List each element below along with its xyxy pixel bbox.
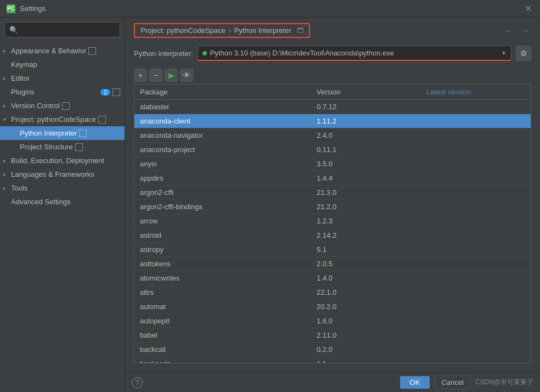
sidebar-item-advanced[interactable]: Advanced Settings <box>0 195 125 209</box>
breadcrumb-current: Python Interpreter <box>234 26 291 35</box>
table-row[interactable]: autopep8 1.6.0 <box>134 314 531 328</box>
cell-latest <box>421 361 531 363</box>
cell-version: 0.7.12 <box>311 100 421 114</box>
sidebar-item-version-control[interactable]: ▸ Version Control <box>0 99 125 113</box>
cell-version: 1.11.2 <box>311 114 421 128</box>
run-button[interactable]: ▶ <box>165 69 178 82</box>
sidebar-item-label: Advanced Settings <box>11 198 70 206</box>
sidebar-item-label: Plugins <box>11 88 35 96</box>
gear-button[interactable]: ⚙ <box>516 46 531 61</box>
sidebar-item-label: Version Control <box>11 102 60 110</box>
cell-package: astropy <box>134 243 311 256</box>
cell-version: 5.1 <box>311 243 421 256</box>
sidebar-item-label: Editor <box>11 74 30 82</box>
watermark: CSDN@米可莱莱子 <box>475 378 533 387</box>
sidebar-item-appearance[interactable]: ▸ Appearance & Behavior <box>0 44 125 58</box>
cell-version: 22.1.0 <box>311 285 421 299</box>
nav-arrows: ← → <box>503 25 531 36</box>
table-row[interactable]: asttokens 2.0.5 <box>134 257 531 271</box>
main-layout: ▸ Appearance & Behavior Keymap ▸ Editor … <box>0 18 540 392</box>
table-row[interactable]: astroid 2.14.2 <box>134 228 531 243</box>
window-title: Settings <box>20 4 525 13</box>
sidebar-item-languages[interactable]: ▸ Languages & Frameworks <box>0 167 125 181</box>
interpreter-selector[interactable]: Python 3.10 (base) D:\Mico\devTool\Anaco… <box>198 46 511 61</box>
cell-latest <box>421 161 531 167</box>
footer: ? OK Cancel CSDN@米可莱莱子 <box>125 372 540 392</box>
table-row[interactable]: automat 20.2.0 <box>134 300 531 314</box>
cell-package: astroid <box>134 228 311 242</box>
forward-button[interactable]: → <box>519 25 531 36</box>
back-button[interactable]: ← <box>503 25 515 36</box>
cell-version: 21.2.0 <box>311 200 421 214</box>
table-row[interactable]: babel 2.11.0 <box>134 328 531 343</box>
cell-latest <box>421 119 531 124</box>
app-icon: PC <box>7 4 15 13</box>
cell-version: 2.11.0 <box>311 328 421 342</box>
search-box[interactable] <box>4 22 120 37</box>
table-row[interactable]: attrs 22.1.0 <box>134 285 531 300</box>
sidebar-item-project-structure[interactable]: Project Structure <box>0 140 125 154</box>
sidebar-item-label: Python Interpreter <box>20 129 77 137</box>
cell-package: anaconda-client <box>134 114 311 128</box>
sidebar-item-label: Appearance & Behavior <box>11 47 86 55</box>
table-row[interactable]: anaconda-client 1.11.2 <box>134 114 531 128</box>
arrow-icon: ▸ <box>3 171 6 177</box>
table-row[interactable]: backcall 0.2.0 <box>134 343 531 357</box>
settings-icon <box>79 130 87 137</box>
cell-package: automat <box>134 300 311 313</box>
remove-package-button[interactable]: − <box>149 69 162 82</box>
column-package: Package <box>134 85 311 99</box>
sidebar-item-editor[interactable]: ▸ Editor <box>0 71 125 85</box>
cell-version: 2.0.5 <box>311 257 421 271</box>
cancel-button[interactable]: Cancel <box>434 376 470 389</box>
sidebar-item-tools[interactable]: ▸ Tools <box>0 181 125 195</box>
ok-button[interactable]: OK <box>400 376 430 389</box>
settings-icon <box>62 102 70 110</box>
sidebar-item-python-interpreter[interactable]: Python Interpreter <box>0 126 125 140</box>
sidebar-item-project[interactable]: ▾ Project: pythonCodeSpace <box>0 113 125 126</box>
help-button[interactable]: ? <box>132 377 143 388</box>
table-row[interactable]: anyio 3.5.0 <box>134 157 531 171</box>
table-row[interactable]: astropy 5.1 <box>134 243 531 257</box>
cell-package: anaconda-project <box>134 143 311 156</box>
table-row[interactable]: alabaster 0.7.12 <box>134 100 531 114</box>
cell-latest <box>421 304 531 310</box>
table-row[interactable]: argon2-cffi-bindings 21.2.0 <box>134 200 531 214</box>
cell-package: asttokens <box>134 257 311 271</box>
cell-package: arrow <box>134 214 311 228</box>
settings-icon <box>113 88 120 96</box>
interpreter-row: Python Interpreter: Python 3.10 (base) D… <box>125 42 540 66</box>
sidebar-nav: ▸ Appearance & Behavior Keymap ▸ Editor … <box>0 42 125 392</box>
status-dot <box>203 51 207 55</box>
table-row[interactable]: appdirs 1.4.4 <box>134 171 531 186</box>
search-input[interactable] <box>9 26 115 34</box>
cell-package: anaconda-navigator <box>134 128 311 142</box>
cell-version: 1.2.3 <box>311 214 421 228</box>
table-row[interactable]: backports 1.1 <box>134 357 531 363</box>
arrow-icon: ▸ <box>3 158 6 164</box>
cell-latest <box>421 290 531 295</box>
cell-version: 0.2.0 <box>311 343 421 356</box>
add-package-button[interactable]: + <box>134 69 147 82</box>
cell-package: atomicwrites <box>134 271 311 285</box>
table-row[interactable]: atomicwrites 1.4.0 <box>134 271 531 285</box>
settings-icon <box>98 116 106 124</box>
cell-latest <box>421 247 531 253</box>
cell-latest <box>421 204 531 210</box>
table-body: alabaster 0.7.12 anaconda-client 1.11.2 … <box>134 100 531 363</box>
eye-button[interactable]: 👁 <box>180 69 193 82</box>
cell-package: babel <box>134 328 311 342</box>
sidebar-item-keymap[interactable]: Keymap <box>0 58 125 71</box>
table-row[interactable]: anaconda-project 0.11.1 <box>134 143 531 157</box>
table-row[interactable]: anaconda-navigator 2.4.0 <box>134 128 531 143</box>
cell-latest <box>421 318 531 324</box>
sidebar-item-label: Languages & Frameworks <box>11 170 94 178</box>
table-row[interactable]: argon2-cffi 21.3.0 <box>134 186 531 200</box>
breadcrumb: Project: pythonCodeSpace › Python Interp… <box>134 23 310 38</box>
cell-latest <box>421 347 531 352</box>
sidebar-item-build[interactable]: ▸ Build, Execution, Deployment <box>0 154 125 167</box>
interpreter-label: Python Interpreter: <box>134 49 193 58</box>
sidebar-item-plugins[interactable]: Plugins 2 <box>0 85 125 99</box>
table-row[interactable]: arrow 1.2.3 <box>134 214 531 228</box>
close-button[interactable]: ✕ <box>525 4 533 13</box>
